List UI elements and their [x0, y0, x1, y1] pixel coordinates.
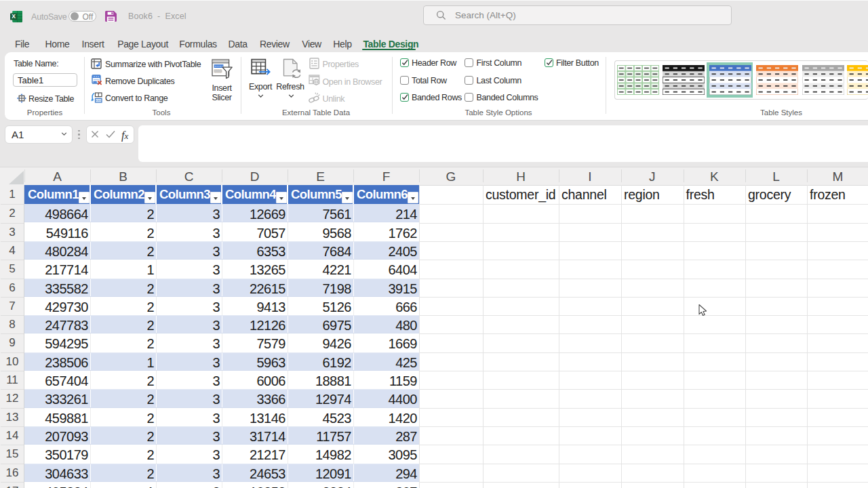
svg-text:X: X	[12, 13, 16, 20]
